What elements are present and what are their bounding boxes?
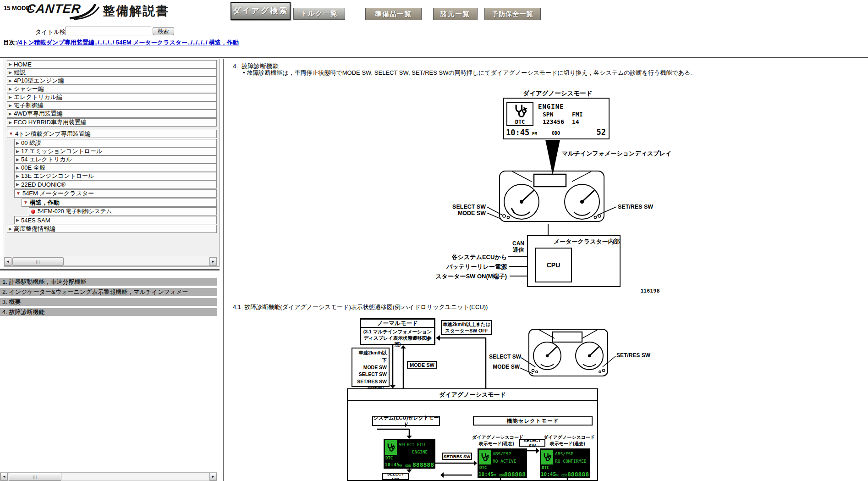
dtc-icon-box: DTC [506, 102, 533, 126]
tree-item-54em-020[interactable]: 54EM-020 電子制御システム [29, 207, 217, 216]
scroll-left-button[interactable]: ◄ [4, 257, 11, 265]
tree-item-label: 高度整備情報編 [14, 225, 55, 233]
dtc-stethoscope-icon [513, 104, 528, 118]
tree-item-home[interactable]: ▶ HOME [7, 60, 217, 68]
collapsed-arrow-icon: ▶ [9, 87, 12, 91]
section-bullet: • 故障診断機能は，車両停止状態時でMODE SW, SELECT SW, SE… [243, 69, 770, 77]
tree-item-advanced-service-info[interactable]: ▶ 高度整備情報編 [7, 225, 217, 233]
breadcrumb-link-section[interactable]: 構造，作動 [207, 39, 239, 46]
nav-button-specs-list[interactable]: 諸元一覧 [433, 8, 478, 20]
nav-button-diag-search[interactable]: ダイアグ検索 [231, 2, 291, 20]
fig1-multi-info-display: DTC ENGINE SPN FMI 123456 14 10:45 PM OD… [503, 98, 610, 139]
fig1-can-label: CAN 通信 [510, 240, 527, 254]
tree-item-label: 00E 全般 [21, 164, 45, 172]
toc-item-2[interactable]: 2. インジケーター&ウォーニング表示警報機能，マルチインフォメー [0, 288, 217, 296]
fig1-input-starter: スターターSW ON(M端子) [425, 272, 507, 281]
scrollbar-thumb[interactable]: ||| [12, 257, 64, 265]
collapsed-arrow-icon: ▶ [9, 227, 12, 231]
tree-item-label: 00 総説 [21, 139, 41, 147]
collapsed-arrow-icon: ▶ [9, 104, 12, 108]
tree-item-label: シャシー編 [14, 85, 44, 93]
fig1-display-spn-value: 123456 [543, 118, 564, 125]
nav-button-torque-list[interactable]: トルク一覧 [293, 8, 345, 20]
can-line2: 通信 [510, 247, 527, 253]
nav-button-preparation-list[interactable]: 準備品一覧 [365, 8, 422, 20]
tree-item-00e-general[interactable]: ▶ 00E 全般 [14, 164, 217, 172]
tree-item-4ton-dump[interactable]: ▼ 4トン積載ダンプ専用装置編 [7, 130, 217, 138]
sidebar-main-divider [223, 59, 224, 481]
sidebar-separator [0, 269, 220, 270]
section41-heading: 4.1 故障診断機能(ダイアグノーシスモード)表示状態遷移図(例:ハイドロリック… [233, 303, 488, 311]
tree-item-54es-sam[interactable]: ▶ 54ES SAM [14, 216, 217, 224]
collapsed-arrow-icon: ▶ [9, 121, 12, 125]
fig1-input-battery: バッテリーリレー電源 [435, 263, 507, 271]
fig1-display-clock: 10:45 [506, 128, 529, 137]
tree-item-17-emission[interactable]: ▶ 17 エミッションコントロール [14, 147, 217, 155]
fig1-display-odo-label: ODO [552, 131, 560, 136]
collapsed-arrow-icon: ▶ [16, 218, 19, 222]
tree-item-structure-operation[interactable]: ▼ 構造，作動 [22, 199, 217, 207]
fig2-arrows [298, 316, 665, 481]
tree-item-label: 電子制御編 [14, 101, 44, 110]
tree-item-label: 22ED DUONIC® [21, 181, 66, 188]
bullet-text: 故障診断機能は，車両停止状態時でMODE SW, SELECT SW, SET/… [247, 69, 696, 76]
toc-item-4[interactable]: 4. 故障診断機能 [0, 308, 217, 316]
breadcrumb-link-group[interactable]: 54EM メータークラスター../../../../ [114, 39, 207, 46]
scrollbar-thumb[interactable]: ||| [9, 473, 61, 481]
tree-item-label: 総説 [14, 68, 26, 77]
toc-item-1[interactable]: 1. 計器駆動機能，車速分配機能 [0, 278, 217, 286]
collapsed-arrow-icon: ▶ [9, 79, 12, 83]
tree-item-4p10-engine[interactable]: ▶ 4P10型エンジン編 [7, 77, 217, 85]
fig1-display-fmi-value: 14 [572, 118, 579, 125]
scroll-right-button[interactable]: ► [209, 257, 217, 265]
tree-item-54em-meter-cluster[interactable]: ▼ 54EM メータークラスター [14, 189, 217, 198]
fig1-input-ecu: 各システムECUから [440, 253, 507, 261]
fig1-cpu-box: CPU [535, 248, 572, 282]
tree-item-eco-hybrid[interactable]: ▶ ECO HYBRID車専用装置編 [7, 118, 217, 127]
tree-item-label: 4WD車専用装置編 [14, 110, 63, 118]
toc-hscrollbar[interactable]: ◄ ||| ► [0, 472, 217, 481]
leaf-dot-icon [31, 210, 35, 214]
tree-item-label: 4トン積載ダンプ専用装置編 [15, 130, 91, 138]
logo-swoosh-icon [69, 1, 100, 20]
tree-item-22ed-duonic[interactable]: ▶ 22ED DUONIC® [14, 180, 217, 188]
tree-item-electronic-control[interactable]: ▶ 電子制御編 [7, 101, 217, 110]
tree-item-13e-engine-control[interactable]: ▶ 13E エンジンコントロール [14, 172, 217, 180]
tree-item-54-electrical[interactable]: ▶ 54 エレクトリカル [14, 155, 217, 164]
fig1-number: 116198 [641, 288, 660, 293]
tree-hscrollbar[interactable]: ◄ ||| ► [4, 257, 217, 266]
fig1-display-ampm: PM [532, 132, 537, 136]
tree-item-general[interactable]: ▶ 総説 [7, 68, 217, 77]
tree-item-chassis[interactable]: ▶ シャシー編 [7, 85, 217, 93]
tree-item-4wd[interactable]: ▶ 4WD車専用装置編 [7, 110, 217, 118]
toc-item-3[interactable]: 3. 概要 [0, 298, 217, 306]
collapsed-arrow-icon: ▶ [9, 62, 12, 66]
search-button[interactable]: 検索 [153, 27, 174, 35]
nav-button-preventive-list[interactable]: 予防保全一覧 [484, 8, 541, 20]
collapsed-arrow-icon: ▶ [16, 141, 19, 145]
dtc-label: DTC [507, 119, 533, 125]
fig1-display-odo-value: 52 [597, 127, 606, 137]
tree-item-electrical[interactable]: ▶ エレクトリカル編 [7, 93, 217, 101]
scroll-left-button[interactable]: ◄ [0, 473, 8, 481]
breadcrumb-link-volume[interactable]: /4トン積載ダンプ専用装置編../../../../ [17, 39, 114, 46]
title-search-input[interactable] [66, 27, 151, 35]
expanded-arrow-icon: ▼ [16, 191, 21, 196]
sidebar-separator-2 [0, 270, 220, 271]
breadcrumb: 目次:/4トン積載ダンプ専用装置編../../../../ 54EM メーターク… [3, 39, 239, 47]
fig1-display-fmi-label: FMI [572, 111, 582, 118]
page: 15 MODEL CANTER 整備解説書 ダイアグ検索 トルク一覧 準備品一覧… [0, 0, 868, 481]
scroll-right-button[interactable]: ► [209, 473, 217, 481]
header-divider [0, 57, 868, 58]
tree-item-label: 4P10型エンジン編 [14, 77, 64, 85]
expanded-arrow-icon: ▼ [23, 200, 28, 205]
tree-item-label: 13E エンジンコントロール [21, 172, 94, 180]
tree-item-label: ECO HYBRID車専用装置編 [14, 118, 87, 127]
breadcrumb-prefix: 目次: [3, 39, 17, 46]
section41-title: 故障診断機能(ダイアグノーシスモード)表示状態遷移図(例:ハイドロリックユニット… [244, 304, 488, 310]
page-title: 整備解説書 [103, 3, 169, 19]
tree-item-00-general[interactable]: ▶ 00 総説 [14, 139, 217, 147]
section41-number: 4.1 [233, 304, 241, 310]
tree-item-label: 構造，作動 [30, 199, 60, 207]
tree-item-label: 54 エレクトリカル [21, 155, 72, 164]
